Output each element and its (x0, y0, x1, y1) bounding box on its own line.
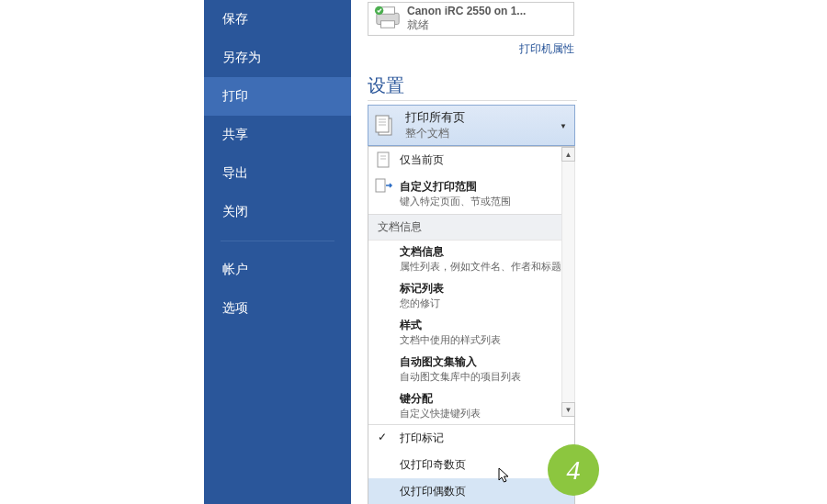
printer-selector[interactable]: Canon iRC 2550 on 1... 就绪 (368, 2, 574, 36)
menu-item-docinfo[interactable]: 文档信息 属性列表，例如文件名、作者和标题 (368, 241, 574, 277)
backstage-sidebar: 保存 另存为 打印 共享 导出 关闭 帐户 选项 (204, 0, 351, 504)
printer-icon (374, 5, 402, 30)
print-panel: Canon iRC 2550 on 1... 就绪 ▲ 打印机属性 设置 打印所… (351, 0, 827, 504)
menu-item-custom-range[interactable]: 自定义打印范围 键入特定页面、节或范围 (368, 174, 574, 214)
menu-item-current-page[interactable]: 仅当前页 (368, 147, 574, 174)
page-icon (374, 151, 394, 169)
menu-item-marklist[interactable]: 标记列表 您的修订 (368, 277, 574, 314)
menu-item-keys[interactable]: 键分配 自定义快捷键列表 (368, 387, 574, 424)
menu-item-print-marks[interactable]: ✓ 打印标记 (368, 425, 574, 452)
page-arrow-icon (374, 177, 394, 196)
menu-item-odd-pages[interactable]: 仅打印奇数页 (368, 452, 574, 478)
svg-rect-9 (378, 152, 389, 167)
sidebar-item-account[interactable]: 帐户 (204, 251, 351, 289)
sidebar-item-options[interactable]: 选项 (204, 289, 351, 328)
menu-item-autotext[interactable]: 自动图文集输入 自动图文集库中的项目列表 (368, 351, 574, 387)
dropdown-selected-title: 打印所有页 (405, 109, 465, 126)
menu-group-docinfo: 文档信息 (368, 214, 574, 241)
printer-properties-link[interactable]: 打印机属性 (368, 41, 574, 57)
step-badge: 4 (548, 444, 599, 496)
sidebar-divider (221, 241, 334, 241)
sidebar-item-share[interactable]: 共享 (204, 116, 351, 154)
sidebar-item-save[interactable]: 保存 (204, 0, 351, 39)
print-range-menu: ▲ ▼ 仅当前页 自定义打印范围 键入特定页面、节或范围 文档信息 文档信息 (368, 146, 575, 504)
menu-item-even-pages[interactable]: 仅打印偶数页 (368, 478, 574, 504)
chevron-down-icon: ▼ (560, 121, 567, 129)
menu-item-styles[interactable]: 样式 文档中使用的样式列表 (368, 314, 574, 351)
settings-heading: 设置 (368, 73, 577, 101)
printer-name: Canon iRC 2550 on 1... (407, 5, 526, 17)
svg-rect-5 (376, 116, 389, 132)
menu-scroll-down[interactable]: ▼ (561, 402, 575, 417)
check-icon: ✓ (378, 431, 387, 443)
printer-status: 就绪 (407, 17, 526, 33)
sidebar-item-close[interactable]: 关闭 (204, 193, 351, 231)
svg-rect-2 (381, 21, 395, 28)
pages-icon (374, 114, 398, 138)
sidebar-item-saveas[interactable]: 另存为 (204, 39, 351, 77)
svg-rect-12 (376, 179, 385, 192)
dropdown-selected-subtitle: 整个文档 (405, 126, 465, 141)
print-range-dropdown[interactable]: 打印所有页 整个文档 ▼ (368, 105, 575, 146)
sidebar-item-print[interactable]: 打印 (204, 77, 351, 116)
sidebar-item-export[interactable]: 导出 (204, 154, 351, 193)
